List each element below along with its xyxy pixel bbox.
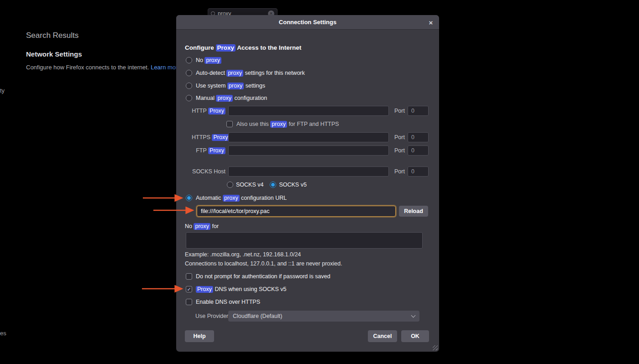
checkbox-icon[interactable] (186, 273, 192, 280)
ftp-proxy-label: FTP Proxy (192, 147, 225, 154)
http-proxy-row: HTTP Proxy Port (192, 106, 429, 116)
https-port-input[interactable] (408, 132, 429, 142)
http-port-input[interactable] (408, 106, 429, 116)
checkbox-icon[interactable] (226, 121, 233, 127)
section-description: Configure how Firefox connects to the in… (26, 64, 178, 71)
close-icon[interactable]: × (427, 18, 435, 26)
use-provider-label: Use Provider (195, 313, 228, 319)
http-proxy-input[interactable] (228, 106, 389, 116)
radio-manual-proxy[interactable]: Manual proxy configuration (186, 94, 267, 102)
help-button[interactable]: Help (185, 330, 214, 342)
checkbox-label: Enable DNS over HTTPS (196, 299, 260, 305)
section-title: Network Settings (26, 50, 82, 58)
socks-version-group: SOCKS v4 SOCKS v5 (227, 181, 307, 188)
dialog-heading: Configure Proxy Access to the Internet (185, 44, 301, 51)
socks-host-input[interactable] (228, 166, 389, 177)
localhost-note: Connections to localhost, 127.0.0.1, and… (185, 260, 342, 267)
learn-more-link[interactable]: Learn mor (151, 64, 178, 71)
radio-label: Use system proxy settings (196, 83, 265, 89)
https-proxy-input[interactable] (228, 132, 389, 142)
radio-no-proxy[interactable]: No proxy (186, 57, 221, 64)
dialog-titlebar: Connection Settings × (176, 15, 439, 30)
checkbox-checked-icon[interactable]: ✓ (186, 286, 192, 292)
reload-button[interactable]: Reload (399, 206, 428, 217)
radio-use-system-proxy[interactable]: Use system proxy settings (186, 82, 265, 89)
proxy-dns-socks5-checkbox-row[interactable]: ✓ Proxy DNS when using SOCKS v5 (186, 286, 286, 293)
socks-host-row: SOCKS Host Port (192, 166, 429, 177)
port-label: Port (394, 134, 405, 140)
radio-automatic-proxy-url[interactable]: Automatic proxy configuration URL (186, 194, 287, 202)
resize-grip[interactable] (433, 345, 438, 350)
checkbox-label: Do not prompt for authentication if pass… (196, 273, 330, 280)
radio-icon[interactable] (186, 57, 192, 63)
radio-socks-v4-icon[interactable] (227, 182, 233, 188)
provider-value: Cloudflare (Default) (233, 313, 282, 319)
radio-socks-v5-icon[interactable] (270, 182, 276, 188)
example-note: Example: .mozilla.org, .net.nz, 192.168.… (185, 251, 301, 258)
sidebar-label-fragment-bottom: es (0, 330, 6, 337)
port-label: Port (394, 108, 405, 114)
ftp-proxy-row: FTP Proxy Port (192, 146, 429, 156)
provider-dropdown[interactable]: Cloudflare (Default) (228, 311, 419, 322)
socks-port-input[interactable] (408, 166, 429, 177)
no-proxy-for-textarea[interactable] (186, 232, 423, 249)
proxy-url-input[interactable] (197, 206, 396, 217)
https-proxy-label: HTTPS Proxy (192, 134, 225, 140)
cancel-button[interactable]: Cancel (368, 330, 397, 342)
socks-host-label: SOCKS Host (192, 168, 225, 175)
enable-doh-checkbox-row[interactable]: Enable DNS over HTTPS (186, 298, 260, 306)
radio-label: Automatic proxy configuration URL (196, 195, 287, 201)
radio-icon[interactable] (186, 95, 192, 101)
radio-icon[interactable] (186, 195, 192, 201)
provider-row: Use Provider Cloudflare (Default) (195, 311, 419, 322)
page-title: Search Results (26, 31, 79, 40)
port-label: Port (394, 147, 405, 154)
checkbox-icon[interactable] (186, 299, 192, 305)
dialog-title: Connection Settings (279, 19, 336, 26)
no-prompt-auth-checkbox-row[interactable]: Do not prompt for authentication if pass… (186, 273, 330, 280)
connection-settings-dialog: Connection Settings × Configure Proxy Ac… (176, 15, 439, 352)
sidebar-label-fragment-top: ty (0, 87, 5, 94)
radio-icon[interactable] (186, 70, 192, 76)
ftp-port-input[interactable] (408, 146, 429, 156)
radio-label: Auto-detect proxy settings for this netw… (196, 70, 305, 76)
ok-button[interactable]: OK (401, 330, 429, 342)
ftp-proxy-input[interactable] (228, 146, 389, 156)
checkbox-label: Proxy DNS when using SOCKS v5 (196, 286, 286, 292)
section-description-text: Configure how Firefox connects to the in… (26, 64, 151, 71)
checkbox-label: Also use this proxy for FTP and HTTPS (236, 121, 339, 127)
radio-label: No proxy (196, 57, 221, 63)
http-proxy-label: HTTP Proxy (192, 108, 225, 114)
https-proxy-row: HTTPS Proxy Port (192, 132, 429, 142)
socks-v4-label: SOCKS v4 (236, 182, 263, 188)
no-proxy-for-label: No proxy for (185, 223, 219, 230)
also-use-proxy-checkbox-row[interactable]: Also use this proxy for FTP and HTTPS (226, 120, 339, 128)
radio-icon[interactable] (186, 83, 192, 89)
radio-auto-detect-proxy[interactable]: Auto-detect proxy settings for this netw… (186, 69, 305, 77)
chevron-down-icon (411, 313, 416, 317)
socks-v5-label: SOCKS v5 (279, 182, 306, 188)
port-label: Port (394, 168, 405, 175)
radio-label: Manual proxy configuration (196, 95, 267, 101)
